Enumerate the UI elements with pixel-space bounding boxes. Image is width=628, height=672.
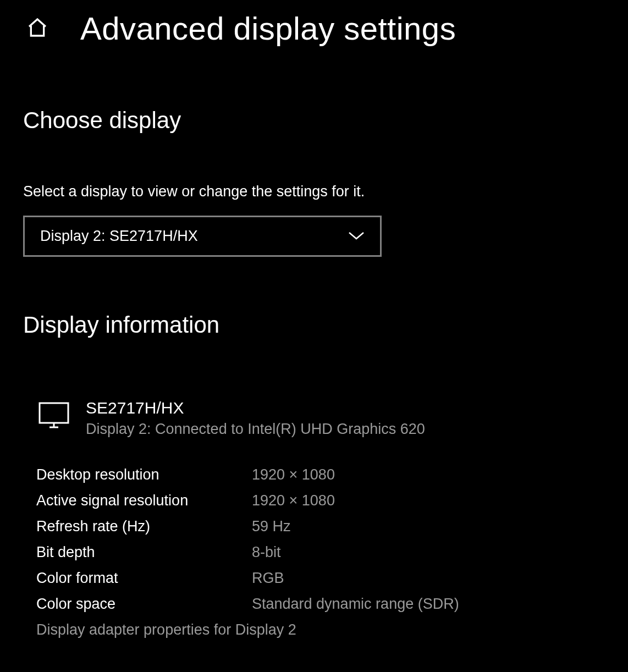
row-key: Color space bbox=[36, 596, 252, 613]
row-value: 1920 × 1080 bbox=[252, 466, 335, 483]
home-icon[interactable] bbox=[26, 16, 48, 41]
svg-rect-0 bbox=[40, 403, 68, 423]
row-key: Active signal resolution bbox=[36, 492, 252, 509]
row-key: Bit depth bbox=[36, 544, 252, 561]
device-connection: Display 2: Connected to Intel(R) UHD Gra… bbox=[86, 421, 425, 438]
row-value: Standard dynamic range (SDR) bbox=[252, 596, 459, 613]
choose-display-instruction: Select a display to view or change the s… bbox=[23, 183, 605, 200]
page-title: Advanced display settings bbox=[80, 10, 456, 47]
table-row: Color format RGB bbox=[36, 570, 605, 587]
row-key: Refresh rate (Hz) bbox=[36, 518, 252, 535]
row-value: 8-bit bbox=[252, 544, 281, 561]
choose-display-heading: Choose display bbox=[23, 107, 605, 134]
row-value: 59 Hz bbox=[252, 518, 291, 535]
display-information-heading: Display information bbox=[23, 312, 605, 338]
display-adapter-properties-link[interactable]: Display adapter properties for Display 2 bbox=[23, 621, 605, 638]
table-row: Refresh rate (Hz) 59 Hz bbox=[36, 518, 605, 535]
row-value: 1920 × 1080 bbox=[252, 492, 335, 509]
table-row: Color space Standard dynamic range (SDR) bbox=[36, 596, 605, 613]
monitor-icon bbox=[38, 399, 69, 431]
display-info-table: Desktop resolution 1920 × 1080 Active si… bbox=[23, 466, 605, 613]
row-value: RGB bbox=[252, 570, 284, 587]
chevron-down-icon bbox=[348, 230, 365, 243]
table-row: Desktop resolution 1920 × 1080 bbox=[36, 466, 605, 483]
table-row: Active signal resolution 1920 × 1080 bbox=[36, 492, 605, 509]
table-row: Bit depth 8-bit bbox=[36, 544, 605, 561]
display-select-dropdown[interactable]: Display 2: SE2717H/HX bbox=[23, 216, 382, 257]
row-key: Color format bbox=[36, 570, 252, 587]
display-select-value: Display 2: SE2717H/HX bbox=[40, 228, 198, 245]
row-key: Desktop resolution bbox=[36, 466, 252, 483]
device-name: SE2717H/HX bbox=[86, 399, 425, 417]
